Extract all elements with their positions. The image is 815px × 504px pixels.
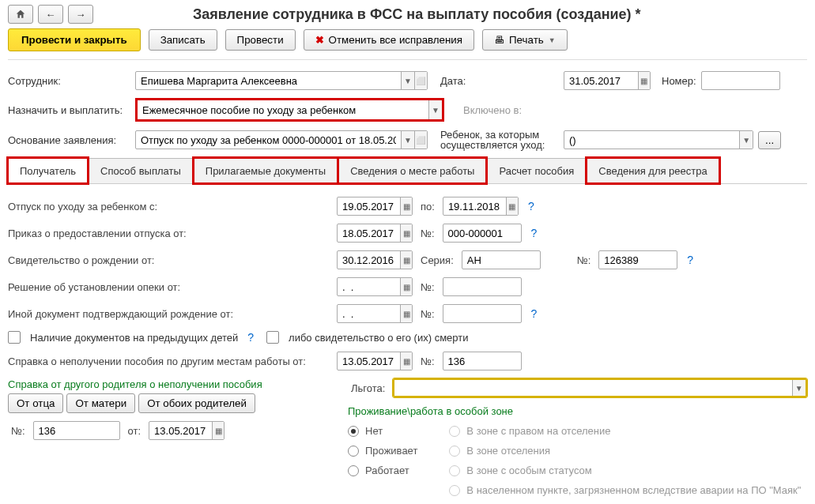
birth-cert-date-input[interactable]	[338, 251, 400, 269]
calendar-icon[interactable]: ▦	[400, 352, 412, 370]
calendar-icon[interactable]: ▦	[638, 72, 650, 89]
mother-button[interactable]: От матери	[66, 393, 135, 413]
help-icon[interactable]: ?	[531, 307, 538, 320]
leave-to-input[interactable]	[443, 197, 506, 215]
zone-mayak-radio: В населенном пункте, загрязненном вследс…	[449, 484, 801, 496]
more-button[interactable]: ...	[758, 131, 781, 149]
tab-registry[interactable]: Сведения для реестра	[587, 158, 719, 183]
birth-no-input[interactable]	[599, 251, 677, 269]
number-label: Номер:	[662, 75, 696, 87]
guardianship-label: Решение об установлении опеки от:	[8, 281, 332, 293]
birth-cert-label: Свидетельство о рождении от:	[8, 254, 332, 266]
zone-lives-radio[interactable]: Проживает	[348, 445, 417, 457]
post-button[interactable]: Провести	[225, 29, 296, 51]
leave-from-label: Отпуск по уходу за ребенком с:	[8, 201, 332, 213]
order-label: Приказ о предоставлении отпуска от:	[8, 228, 332, 239]
employee-input[interactable]	[136, 72, 401, 89]
dropdown-icon[interactable]: ▼	[739, 131, 753, 149]
date-input[interactable]	[564, 72, 638, 89]
leave-from-input[interactable]	[338, 197, 400, 215]
ref-no-label: №:	[11, 425, 25, 437]
save-button[interactable]: Записать	[149, 29, 217, 51]
date-label: Дата:	[440, 75, 480, 87]
help-icon[interactable]: ?	[687, 254, 693, 266]
tab-documents[interactable]: Прилагаемые документы	[194, 158, 338, 183]
leave-to-label: по:	[421, 201, 435, 213]
lgota-input[interactable]	[394, 380, 791, 396]
calendar-icon[interactable]: ▦	[400, 251, 412, 269]
other-parent-label: Справка от другого родителя о неполучени…	[8, 378, 332, 390]
dropdown-icon[interactable]: ▼	[401, 72, 413, 89]
tab-payment[interactable]: Способ выплаты	[89, 158, 193, 183]
ref-from-label: от:	[128, 425, 141, 437]
other-doc-no-label: №:	[421, 308, 435, 320]
guardianship-no-input[interactable]	[443, 278, 521, 295]
dropdown-icon[interactable]: ▼	[401, 131, 413, 149]
print-button[interactable]: Печать▼	[482, 29, 568, 51]
ref-date-input[interactable]	[149, 422, 212, 439]
zone-otsel-radio: В зоне отселения	[449, 445, 801, 457]
series-label: Серия:	[421, 254, 454, 266]
zone-leave-radio: В зоне с правом на отселение	[449, 425, 801, 437]
help-icon[interactable]: ?	[528, 200, 534, 213]
ref-no-input[interactable]	[34, 422, 119, 439]
page-title: Заявление сотрудника в ФСС на выплату по…	[193, 6, 641, 23]
guardianship-no-label: №:	[421, 281, 435, 293]
order-date-input[interactable]	[338, 224, 400, 242]
zone-label: Проживание\работа в особой зоне	[348, 405, 807, 417]
open-icon[interactable]: ⬜	[414, 131, 427, 149]
other-doc-no-input[interactable]	[443, 305, 521, 322]
calendar-icon[interactable]: ▦	[400, 224, 412, 242]
lgota-label: Льгота:	[351, 382, 385, 394]
cancel-button[interactable]: ✖Отменить все исправления	[304, 29, 474, 51]
tab-workplace[interactable]: Сведения о месте работы	[338, 158, 486, 183]
help-icon[interactable]: ?	[247, 331, 254, 344]
nonreceipt-no-input[interactable]	[443, 352, 521, 370]
back-button[interactable]: ←	[38, 5, 63, 24]
nonreceipt-date-input[interactable]	[338, 352, 400, 370]
order-no-input[interactable]	[443, 224, 521, 242]
chevron-down-icon: ▼	[549, 36, 556, 44]
printer-icon	[494, 34, 504, 46]
help-icon[interactable]: ?	[531, 227, 538, 239]
father-button[interactable]: От отца	[8, 393, 63, 413]
calendar-icon[interactable]: ▦	[212, 422, 224, 439]
both-button[interactable]: От обоих родителей	[138, 393, 255, 413]
open-icon[interactable]: ⬜	[414, 72, 427, 89]
prev-children-label: Наличие документов на предыдущих детей	[30, 332, 238, 344]
employee-label: Сотрудник:	[8, 75, 130, 87]
death-label: либо свидетельство о его (их) смерти	[289, 332, 468, 344]
calendar-icon[interactable]: ▦	[506, 197, 518, 215]
calendar-icon[interactable]: ▦	[400, 305, 412, 322]
prev-children-checkbox[interactable]	[8, 331, 21, 344]
other-doc-label: Иной документ подтверждающий рождение от…	[8, 308, 332, 320]
order-no-label: №:	[421, 228, 435, 239]
submit-close-button[interactable]: Провести и закрыть	[8, 28, 141, 51]
assign-input[interactable]	[138, 100, 428, 119]
dropdown-icon[interactable]: ▼	[428, 100, 442, 119]
dropdown-icon[interactable]: ▼	[792, 380, 806, 396]
basis-input[interactable]	[136, 131, 401, 149]
included-label: Включено в:	[463, 104, 522, 116]
home-button[interactable]	[8, 5, 33, 24]
number-input[interactable]	[702, 72, 779, 89]
nonreceipt-label: Справка о неполучении пособия по другим …	[8, 355, 332, 367]
child-label: Ребенок, за которым осуществляется уход:	[440, 130, 559, 150]
forward-button[interactable]: →	[68, 5, 93, 24]
zone-status-radio: В зоне с особым статусом	[449, 465, 801, 476]
other-doc-date-input[interactable]	[338, 305, 400, 322]
child-input[interactable]	[564, 131, 739, 149]
x-icon: ✖	[315, 34, 324, 46]
series-input[interactable]	[462, 251, 540, 269]
calendar-icon[interactable]: ▦	[400, 197, 412, 215]
tab-calculation[interactable]: Расчет пособия	[487, 158, 586, 183]
nonreceipt-no-label: №:	[421, 355, 435, 367]
birth-no-label: №:	[577, 254, 591, 266]
zone-works-radio[interactable]: Работает	[348, 465, 417, 476]
calendar-icon[interactable]: ▦	[400, 278, 412, 295]
zone-none-radio[interactable]: Нет	[348, 425, 417, 437]
guardianship-date-input[interactable]	[338, 278, 400, 295]
death-checkbox[interactable]	[266, 331, 279, 344]
tab-recipient[interactable]: Получатель	[8, 158, 88, 183]
basis-label: Основание заявления:	[8, 134, 130, 146]
